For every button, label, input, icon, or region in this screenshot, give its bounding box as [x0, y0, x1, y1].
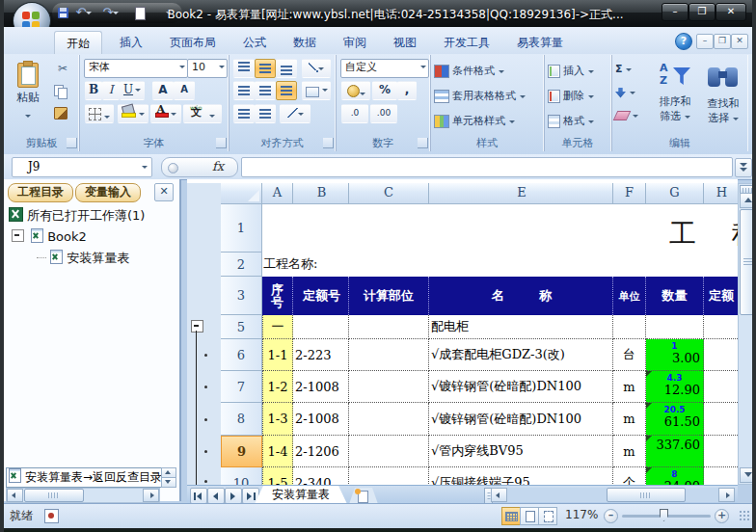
insert-worksheet-tab[interactable]	[349, 488, 378, 504]
cell-extra[interactable]	[704, 371, 738, 403]
name-box[interactable]: J9	[12, 157, 152, 177]
find-select-button[interactable]: 查找和 选择	[702, 58, 744, 137]
tree-item-sheet[interactable]: 安装算量表	[37, 250, 129, 267]
row-header-9-selected[interactable]: 9	[221, 436, 262, 467]
merge-center-button[interactable]	[302, 81, 331, 100]
increase-indent-button[interactable]	[255, 104, 276, 123]
cell-quota-no[interactable]: 2-1206	[293, 436, 349, 467]
alignment-dialog-launcher[interactable]	[323, 138, 334, 148]
cell-calc-part[interactable]	[349, 315, 429, 339]
tab-home[interactable]: 开始	[54, 31, 102, 55]
cell-seq[interactable]: 一	[262, 315, 293, 339]
format-cells-button[interactable]: 格式	[548, 111, 594, 132]
font-dialog-launcher[interactable]	[216, 138, 227, 148]
tab-formulas[interactable]: 公式	[231, 31, 278, 54]
cell-quota-no[interactable]: 2-1008	[293, 371, 349, 403]
name-box-dropdown-icon[interactable]	[142, 166, 148, 169]
cut-button[interactable]: ✂	[52, 62, 73, 79]
cell-qty[interactable]: 20.561.50	[646, 403, 704, 436]
insert-cells-button[interactable]: 插入	[548, 61, 594, 82]
cell-unit[interactable]: 个	[613, 467, 646, 485]
workbook-restore-button[interactable]: ❐	[714, 34, 731, 49]
cell-calc-part[interactable]	[349, 467, 429, 485]
scroll-down-button[interactable]	[740, 467, 756, 483]
scroll-up-button[interactable]	[740, 193, 756, 208]
scroll-left-button[interactable]	[7, 489, 23, 502]
wrap-text-button[interactable]	[280, 104, 310, 123]
cell-unit[interactable]: m	[613, 371, 646, 403]
cell-unit[interactable]: 台	[613, 339, 646, 371]
row-header-2[interactable]: 2	[221, 253, 262, 277]
tab-insert[interactable]: 插入	[108, 31, 154, 54]
select-all-corner[interactable]	[221, 183, 262, 204]
sheet-vscrollbar[interactable]	[738, 183, 756, 485]
minimize-button[interactable]: –	[662, 3, 688, 21]
clear-button[interactable]	[615, 105, 638, 126]
close-button[interactable]: ✕	[716, 3, 746, 21]
row-header-1[interactable]: 1	[221, 204, 262, 253]
cell-qty[interactable]	[646, 315, 704, 339]
tab-developer[interactable]: 开发工具	[432, 31, 501, 54]
cell-qty[interactable]: 4.312.90	[646, 371, 704, 403]
col-header-E[interactable]: E	[429, 183, 613, 204]
tab-review[interactable]: 审阅	[332, 31, 378, 54]
align-center-button[interactable]	[255, 81, 276, 100]
cell-unit[interactable]	[613, 315, 646, 339]
col-header-C[interactable]: C	[349, 183, 429, 204]
zoom-out-button[interactable]: –	[604, 509, 618, 523]
font-name-combo[interactable]: 宋体	[84, 59, 188, 78]
fx-icon[interactable]: fx	[212, 159, 224, 173]
cell-quota-no[interactable]: 2-340	[293, 467, 349, 485]
insert-function-area[interactable]: fx	[161, 157, 238, 177]
tab-yibiao-suanliang[interactable]: 易表算量	[505, 31, 575, 54]
align-top-button[interactable]	[233, 59, 255, 78]
scroll-right-button[interactable]	[718, 488, 735, 502]
normal-view-button[interactable]	[501, 507, 521, 525]
tree-root-workbooks[interactable]: 所有已打开工作薄(1)	[9, 207, 145, 225]
delete-cells-button[interactable]: 删除	[548, 86, 594, 107]
percent-style-button[interactable]: %	[372, 81, 397, 100]
workbook-close-button[interactable]: ✕	[731, 34, 748, 49]
align-right-button[interactable]	[276, 81, 297, 100]
cell-styles-button[interactable]: 单元格样式	[434, 111, 515, 132]
italic-button[interactable]: I	[102, 81, 120, 100]
underline-button[interactable]: U	[120, 81, 145, 100]
cell-seq[interactable]: 1-5	[262, 467, 293, 485]
scroll-down-spinner[interactable]	[161, 477, 176, 488]
prev-sheet-button[interactable]	[207, 488, 225, 504]
tab-page-layout[interactable]: 页面布局	[158, 31, 228, 54]
bold-button[interactable]: B	[85, 81, 102, 100]
help-button[interactable]: ?	[675, 33, 692, 50]
clipboard-dialog-launcher[interactable]	[67, 138, 77, 148]
conditional-formatting-button[interactable]: 条件格式	[434, 61, 504, 82]
cell-quota-no[interactable]: 2-223	[293, 339, 349, 371]
hdr-quota-no[interactable]: 定额号	[293, 277, 349, 315]
cell-calc-part[interactable]	[349, 436, 429, 467]
zoom-level[interactable]: 117%	[565, 508, 598, 521]
panel-hscrollbar[interactable]	[6, 488, 160, 503]
fill-color-button[interactable]	[118, 104, 148, 123]
cell-seq[interactable]: 1-1	[262, 339, 293, 371]
row-header-6[interactable]: 6	[221, 339, 262, 371]
comma-style-button[interactable]: ,	[397, 81, 417, 100]
hdr-name[interactable]: 名 称	[429, 277, 613, 315]
col-header-H[interactable]: H	[704, 183, 738, 204]
resize-grip[interactable]	[739, 510, 750, 521]
cell-calc-part[interactable]	[349, 371, 429, 403]
redo-button[interactable]: ↷	[102, 5, 120, 21]
zoom-slider-thumb[interactable]	[660, 509, 668, 521]
row-header-7[interactable]: 7	[221, 371, 262, 403]
copy-button[interactable]	[54, 84, 68, 102]
fill-button[interactable]	[615, 82, 635, 103]
sheet-tab-active[interactable]: 安装算量表	[255, 486, 347, 504]
cell-name[interactable]: 配电柜	[429, 315, 613, 339]
cell-quota-no[interactable]	[293, 315, 349, 339]
next-sheet-button[interactable]	[225, 488, 242, 504]
cell-row1[interactable]	[262, 204, 738, 253]
zoom-in-button[interactable]: +	[715, 509, 729, 523]
cell-qty[interactable]: 337.60	[646, 436, 704, 467]
cell-row2[interactable]	[262, 253, 738, 277]
row-header-3[interactable]: 3	[221, 277, 262, 315]
tab-data[interactable]: 数据	[282, 31, 328, 54]
hdr-qty[interactable]: 数量	[646, 277, 704, 315]
